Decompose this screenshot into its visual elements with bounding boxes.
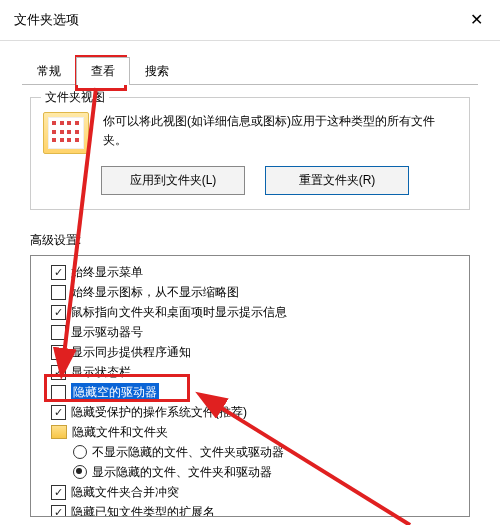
list-item[interactable]: 隐藏已知文件类型的扩展名 [35,502,465,517]
window-title: 文件夹选项 [14,11,79,29]
list-item-label: 不显示隐藏的文件、文件夹或驱动器 [92,443,284,461]
list-item-label: 显示隐藏的文件、文件夹和驱动器 [92,463,272,481]
checkbox[interactable] [51,325,66,340]
radio[interactable] [73,445,87,459]
list-item-label: 始终显示图标，从不显示缩略图 [71,283,239,301]
view-panel: 文件夹视图 你可以将此视图(如详细信息或图标)应用于这种类型的所有文件夹。 应用… [30,97,470,210]
list-item-label: 隐藏受保护的操作系统文件(推荐) [71,403,247,421]
folder-icon [51,425,67,439]
list-item-label: 隐藏空的驱动器 [71,383,159,401]
list-item[interactable]: 隐藏空的驱动器 [35,382,465,402]
list-item[interactable]: 鼠标指向文件夹和桌面项时显示提示信息 [35,302,465,322]
advanced-settings-list[interactable]: 始终显示菜单始终显示图标，从不显示缩略图鼠标指向文件夹和桌面项时显示提示信息显示… [30,255,470,517]
checkbox[interactable] [51,305,66,320]
list-item[interactable]: 不显示隐藏的文件、文件夹或驱动器 [35,442,465,462]
checkbox[interactable] [51,485,66,500]
list-item[interactable]: 隐藏受保护的操作系统文件(推荐) [35,402,465,422]
reset-folders-button[interactable]: 重置文件夹(R) [265,166,409,195]
list-item[interactable]: 显示同步提供程序通知 [35,342,465,362]
list-item[interactable]: 隐藏文件和文件夹 [35,422,465,442]
tab-search[interactable]: 搜索 [130,57,184,85]
checkbox[interactable] [51,405,66,420]
list-item-label: 显示驱动器号 [71,323,143,341]
checkbox[interactable] [51,505,66,518]
list-item-label: 显示同步提供程序通知 [71,343,191,361]
list-item-label: 鼠标指向文件夹和桌面项时显示提示信息 [71,303,287,321]
checkbox[interactable] [51,385,66,400]
checkbox[interactable] [51,345,66,360]
list-item-label: 隐藏已知文件类型的扩展名 [71,503,215,517]
advanced-settings-label: 高级设置: [30,232,470,249]
tab-strip: 常规 查看 搜索 [0,41,500,85]
list-item[interactable]: 显示驱动器号 [35,322,465,342]
folder-view-icon [43,112,89,154]
radio[interactable] [73,465,87,479]
tab-general[interactable]: 常规 [22,57,76,85]
title-bar: 文件夹选项 ✕ [0,0,500,41]
folder-view-legend: 文件夹视图 [41,89,109,106]
tab-view[interactable]: 查看 [76,57,130,85]
list-item[interactable]: 始终显示图标，从不显示缩略图 [35,282,465,302]
list-item[interactable]: 显示隐藏的文件、文件夹和驱动器 [35,462,465,482]
list-item-label: 始终显示菜单 [71,263,143,281]
checkbox[interactable] [51,365,66,380]
checkbox[interactable] [51,285,66,300]
list-item[interactable]: 显示状态栏 [35,362,465,382]
folder-view-desc: 你可以将此视图(如详细信息或图标)应用于这种类型的所有文件夹。 [103,112,457,154]
close-icon[interactable]: ✕ [464,8,488,32]
checkbox[interactable] [51,265,66,280]
list-item[interactable]: 始终显示菜单 [35,262,465,282]
list-item-label: 隐藏文件和文件夹 [72,423,168,441]
list-item-label: 隐藏文件夹合并冲突 [71,483,179,501]
list-item[interactable]: 隐藏文件夹合并冲突 [35,482,465,502]
folder-view-group: 文件夹视图 你可以将此视图(如详细信息或图标)应用于这种类型的所有文件夹。 应用… [30,97,470,210]
apply-to-folders-button[interactable]: 应用到文件夹(L) [101,166,245,195]
list-item-label: 显示状态栏 [71,363,131,381]
